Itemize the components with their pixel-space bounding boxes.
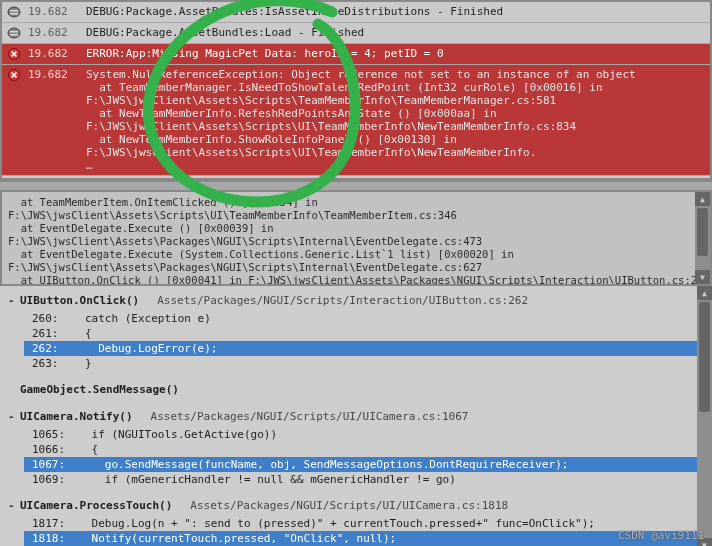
splitter[interactable]: [0, 180, 712, 192]
stack-line: at EventDelegate.Execute (System.Collect…: [8, 248, 708, 261]
stack-line: F:\JWS\jwsClient\Assets\Scripts\UI\TeamM…: [8, 209, 708, 222]
code-block: 1817: Debug.Log(n + ": send to (pressed)…: [0, 514, 712, 546]
frame-path: Assets/Packages/NGUI/Scripts/Interaction…: [157, 294, 528, 307]
error-icon: [6, 68, 22, 82]
code-line[interactable]: 1817: Debug.Log(n + ": send to (pressed)…: [24, 516, 712, 531]
debug-icon: [6, 5, 22, 19]
svg-point-3: [8, 28, 20, 38]
stack-frame[interactable]: GameObject.SendMessage(): [0, 381, 712, 398]
frame-function: UIButton.OnClick(): [20, 294, 157, 307]
log-timestamp: 19.682: [22, 5, 86, 18]
scroll-up-arrow[interactable]: ▲: [695, 192, 710, 206]
callstack-scrollbar[interactable]: ▲ ▼: [697, 286, 712, 546]
stack-detail-panel[interactable]: at TeamMemberItem.OnItemClicked () [0x00…: [0, 192, 712, 284]
scroll-thumb[interactable]: [697, 208, 708, 256]
code-line[interactable]: 1069: if (mGenericHandler != null && mGe…: [24, 472, 712, 487]
fold-toggle[interactable]: -: [8, 294, 20, 307]
frame-function: UICamera.ProcessTouch(): [20, 499, 190, 512]
svg-point-0: [8, 7, 20, 17]
frame-path: Assets/Packages/NGUI/Scripts/UI/UICamera…: [151, 410, 469, 423]
log-timestamp: 19.682: [22, 68, 86, 81]
log-row-warn[interactable]: DEBUG:App:[MulilLanguage] ~~~~~~~not fin…: [2, 176, 710, 180]
code-line[interactable]: 1066: {: [24, 442, 712, 457]
code-block: 1065: if (NGUITools.GetActive(go))1066: …: [0, 425, 712, 487]
stack-line: at EventDelegate.Execute () [0x00039] in: [8, 222, 708, 235]
code-line[interactable]: 262: Debug.LogError(e);: [24, 341, 712, 356]
stack-line: F:\JWS\jwsClient\Assets\Packages\NGUI\Sc…: [8, 235, 708, 248]
scroll-thumb[interactable]: [699, 302, 710, 412]
log-message: ERROR:App:Missing MagicPet Data: heroID …: [86, 47, 706, 60]
stack-frame[interactable]: -UIButton.OnClick()Assets/Packages/NGUI/…: [0, 292, 712, 371]
svg-rect-4: [10, 31, 18, 33]
log-row-debug[interactable]: 19.682DEBUG:Package.AssetBundles:IsAsset…: [2, 2, 710, 23]
stack-line: F:\JWS\jwsClient\Assets\Packages\NGUI\Sc…: [8, 261, 708, 274]
log-timestamp: 19.682: [22, 47, 86, 60]
frame-header[interactable]: GameObject.SendMessage(): [0, 381, 712, 398]
callstack-panel[interactable]: -UIButton.OnClick()Assets/Packages/NGUI/…: [0, 284, 712, 546]
fold-toggle[interactable]: -: [8, 499, 20, 512]
error-icon: [6, 47, 22, 61]
stack-line: at UIButton.OnClick () [0x00041] in F:\J…: [8, 274, 708, 284]
code-line[interactable]: 260: catch (Exception e): [24, 311, 712, 326]
log-message: DEBUG:Package.AssetBundles:IsAssetInTheD…: [86, 5, 706, 18]
svg-rect-5: [10, 34, 18, 36]
log-row-error[interactable]: 19.682ERROR:App:Missing MagicPet Data: h…: [2, 44, 710, 65]
log-row-error-trace[interactable]: 19.682System.NullReferenceException: Obj…: [2, 65, 710, 176]
frame-function: GameObject.SendMessage(): [20, 383, 197, 396]
scroll-down-arrow[interactable]: ▼: [695, 270, 710, 284]
scroll-down-arrow[interactable]: ▼: [697, 538, 712, 546]
stack-line: at TeamMemberItem.OnItemClicked () [0x00…: [8, 196, 708, 209]
log-timestamp: 19.682: [22, 26, 86, 39]
scroll-up-arrow[interactable]: ▲: [697, 286, 712, 300]
log-message: System.NullReferenceException: Object re…: [86, 68, 706, 172]
code-line[interactable]: 1065: if (NGUITools.GetActive(go)): [24, 427, 712, 442]
code-line[interactable]: 1818: Notify(currentTouch.pressed, "OnCl…: [24, 531, 712, 546]
detail-scrollbar[interactable]: ▲▼: [695, 192, 710, 284]
svg-rect-2: [10, 13, 18, 15]
stack-frame[interactable]: -UICamera.Notify()Assets/Packages/NGUI/S…: [0, 408, 712, 487]
frame-function: UICamera.Notify(): [20, 410, 151, 423]
console-log-panel[interactable]: 19.682DEBUG:Package.AssetBundles:IsAsset…: [0, 0, 712, 180]
code-block: 260: catch (Exception e)261: {262: Debug…: [0, 309, 712, 371]
code-line[interactable]: 261: {: [24, 326, 712, 341]
debug-icon: [6, 26, 22, 40]
code-line[interactable]: 263: }: [24, 356, 712, 371]
code-line[interactable]: 1067: go.SendMessage(funcName, obj, Send…: [24, 457, 712, 472]
stack-frame[interactable]: -UICamera.ProcessTouch()Assets/Packages/…: [0, 497, 712, 546]
log-message: DEBUG:App:[MulilLanguage] ~~~~~~~not fin…: [86, 179, 706, 180]
warn-icon: [6, 179, 22, 180]
fold-toggle[interactable]: -: [8, 410, 20, 423]
frame-header[interactable]: -UICamera.Notify()Assets/Packages/NGUI/S…: [0, 408, 712, 425]
frame-path: Assets/Packages/NGUI/Scripts/UI/UICamera…: [190, 499, 508, 512]
frame-header[interactable]: -UICamera.ProcessTouch()Assets/Packages/…: [0, 497, 712, 514]
log-row-debug[interactable]: 19.682DEBUG:Package.AssetBundles:Load - …: [2, 23, 710, 44]
svg-rect-1: [10, 10, 18, 12]
log-message: DEBUG:Package.AssetBundles:Load - Finish…: [86, 26, 706, 39]
frame-header[interactable]: -UIButton.OnClick()Assets/Packages/NGUI/…: [0, 292, 712, 309]
